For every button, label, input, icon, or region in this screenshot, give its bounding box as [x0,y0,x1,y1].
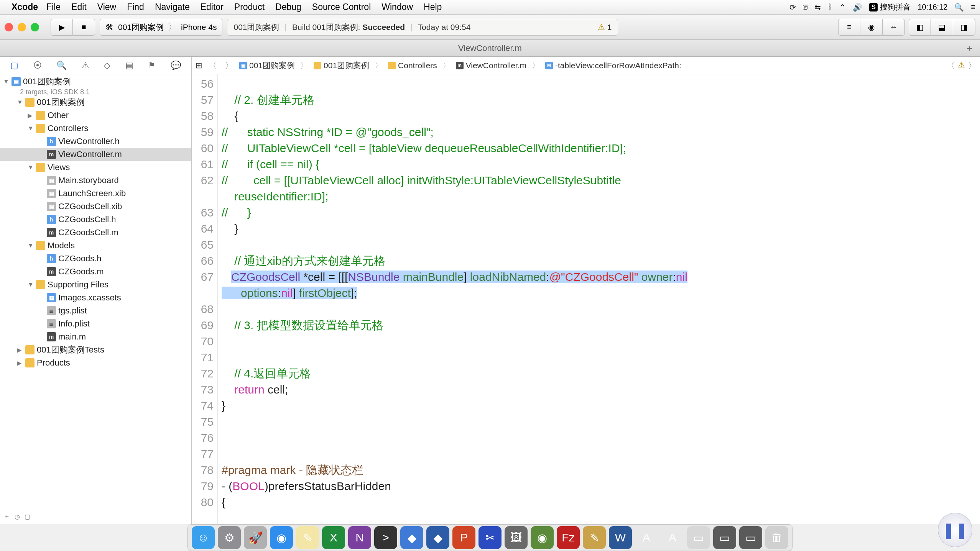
dock-app-safari[interactable]: ◉ [270,526,293,549]
file-info-plist[interactable]: ≣Info.plist [0,317,191,330]
debug-navigator-tab[interactable]: ▤ [125,61,133,71]
close-button[interactable] [5,23,13,31]
new-tab-button[interactable]: ＋ [965,41,975,55]
dock-app-trash[interactable]: 🗑 [765,526,788,549]
dock-app-app2[interactable]: ◆ [426,526,449,549]
toggle-navigator-button[interactable]: ◧ [909,19,931,36]
jump-file[interactable]: mViewController.m [456,61,526,70]
menu-help[interactable]: Help [424,2,442,12]
wifi-icon[interactable]: ⌃ [839,3,846,12]
file-czgoods-m[interactable]: mCZGoods.m [0,265,191,278]
filter-input[interactable] [35,513,187,521]
notification-center-icon[interactable]: ≡ [971,3,975,11]
dock-app-notes[interactable]: ✎ [296,526,319,549]
warning-count[interactable]: ⚠1 [598,23,612,32]
group-views[interactable]: ▼Views [0,161,191,174]
dock-app-app3[interactable]: ◉ [531,526,554,549]
menu-product[interactable]: Product [234,2,265,12]
tab-title[interactable]: ViewController.m [458,43,522,53]
menu-file[interactable]: File [46,2,61,12]
group-other[interactable]: ▶Other [0,109,191,122]
bluetooth-icon[interactable]: ᛒ [828,3,832,11]
toggle-debug-button[interactable]: ⬓ [931,19,953,36]
test-navigator-tab[interactable]: ◇ [104,61,110,71]
menu-find[interactable]: Find [127,2,144,12]
scheme-selector[interactable]: 🛠 001团购案例 〉 iPhone 4s [100,19,222,36]
dock-app-app5[interactable]: A [635,526,658,549]
volume-icon[interactable]: 🔊 [853,3,862,12]
issue-warning-icon[interactable]: ⚠ [958,60,965,71]
standard-editor-button[interactable]: ≡ [838,19,860,36]
version-editor-button[interactable]: ↔ [883,19,905,36]
stop-button[interactable]: ■ [73,19,95,36]
pause-overlay-button[interactable]: ❚❚ [938,513,972,547]
dock-app-launchpad[interactable]: 🚀 [244,526,267,549]
file-tgs-plist[interactable]: ≣tgs.plist [0,304,191,317]
menu-edit[interactable]: Edit [71,2,87,12]
jump-method[interactable]: M-tableView:cellForRowAtIndexPath: [545,61,681,70]
dock-app-excel[interactable]: X [322,526,345,549]
related-items-icon[interactable]: ⊞ [196,61,202,70]
back-button[interactable]: 〈 [206,60,219,71]
input-method[interactable]: S搜狗拼音 [869,2,911,12]
dock-app-app9[interactable]: ▭ [739,526,762,549]
file-czgoodscell-xib[interactable]: ▦CZGoodsCell.xib [0,200,191,213]
file-main-m[interactable]: mmain.m [0,330,191,343]
find-navigator-tab[interactable]: 🔍 [56,61,67,71]
sync-icon[interactable]: ⇆ [814,3,821,12]
prev-issue-button[interactable]: 〈 [947,60,955,71]
menu-navigate[interactable]: Navigate [155,2,190,12]
dock-app-finder[interactable]: ☺ [192,526,215,549]
group-tests[interactable]: ▶001团购案例Tests [0,343,191,356]
zoom-button[interactable] [31,23,39,31]
report-navigator-tab[interactable]: 💬 [171,61,181,71]
file-czgoodscell-h[interactable]: hCZGoodsCell.h [0,213,191,226]
menu-editor[interactable]: Editor [201,2,224,12]
assistant-editor-button[interactable]: ◉ [860,19,883,36]
group-products[interactable]: ▶Products [0,356,191,369]
project-root[interactable]: ▼▣001团购案例 [0,75,191,88]
group-controllers[interactable]: ▼Controllers [0,122,191,135]
next-issue-button[interactable]: 〉 [968,60,976,71]
root-group[interactable]: ▼001团购案例 [0,96,191,109]
file-viewcontroller-m[interactable]: mViewController.m [0,148,191,161]
issue-navigator-tab[interactable]: ⚠ [82,61,89,71]
menu-window[interactable]: Window [381,2,413,12]
dock-app-cut[interactable]: ✂ [478,526,502,549]
dock-app-onenote[interactable]: N [348,526,371,549]
dock-app-app1[interactable]: ◆ [400,526,423,549]
file-images-xcassets[interactable]: ▦Images.xcassets [0,291,191,304]
scm-filter-icon[interactable]: ▢ [25,513,30,520]
source-editor[interactable]: 56575859606162 6364656667 68697071727374… [192,74,980,524]
code-content[interactable]: // 2. 创建单元格 {// static NSString *ID = @"… [218,74,980,524]
dock-app-app4[interactable]: ✎ [583,526,606,549]
app-menu[interactable]: Xcode [12,2,38,12]
symbol-navigator-tab[interactable]: ⦿ [33,61,42,71]
spotlight-icon[interactable]: 🔍 [954,3,964,12]
status-icon[interactable]: ⟳ [789,3,796,12]
dock-app-powerpoint[interactable]: P [452,526,475,549]
dock-app-word[interactable]: W [609,526,632,549]
group-models[interactable]: ▼Models [0,239,191,252]
toggle-utilities-button[interactable]: ◨ [953,19,975,36]
dock-app-preview[interactable]: 🖼 [505,526,528,549]
dock-app-app8[interactable]: ▭ [713,526,736,549]
display-icon[interactable]: ⎚ [803,3,807,11]
clock[interactable]: 10:16:12 [918,3,947,11]
dock-app-filezilla[interactable]: Fz [557,526,580,549]
minimize-button[interactable] [18,23,26,31]
dock-app-settings[interactable]: ⚙ [218,526,241,549]
group-supporting[interactable]: ▼Supporting Files [0,278,191,291]
add-icon[interactable]: ＋ [4,513,10,521]
menu-debug[interactable]: Debug [275,2,301,12]
file-viewcontroller-h[interactable]: hViewController.h [0,135,191,148]
dock-app-app6[interactable]: A [661,526,684,549]
file-main-storyboard[interactable]: ▦Main.storyboard [0,174,191,187]
forward-button[interactable]: 〉 [223,60,235,71]
menu-source-control[interactable]: Source Control [312,2,371,12]
jump-controllers[interactable]: Controllers [388,61,437,70]
jump-project[interactable]: ▣001团购案例 [239,60,295,71]
run-button[interactable]: ▶ [51,19,73,36]
dock-app-terminal[interactable]: > [374,526,397,549]
file-czgoods-h[interactable]: hCZGoods.h [0,252,191,265]
